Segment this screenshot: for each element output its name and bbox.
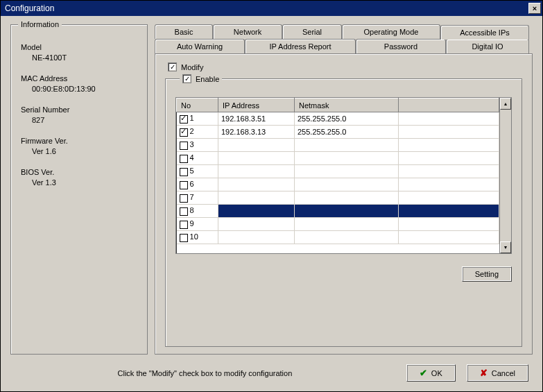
row-spacer [399, 126, 499, 139]
row-checkbox[interactable] [180, 181, 188, 189]
bios-label: BIOS Ver. [21, 168, 140, 176]
row-ip[interactable]: 192.168.3.51 [218, 112, 295, 126]
tab-serial[interactable]: Serial [282, 24, 342, 39]
row-no-cell[interactable]: 3 [177, 139, 218, 152]
row-no: 4 [188, 153, 194, 162]
serial-label: Serial Number [21, 105, 140, 114]
setting-button[interactable]: Setting [462, 266, 512, 282]
col-no[interactable]: No [177, 99, 218, 112]
row-netmask[interactable] [295, 165, 399, 178]
row-no-cell[interactable]: 10 [177, 231, 218, 244]
table-row[interactable]: 1192.168.3.51255.255.255.0 [177, 112, 499, 126]
row-no-cell[interactable]: 9 [177, 218, 218, 231]
col-ip[interactable]: IP Address [218, 99, 295, 112]
information-legend: Information [18, 20, 62, 28]
modify-label: Modify [181, 63, 203, 71]
titlebar: Configuration × [1, 1, 542, 16]
row-netmask[interactable] [295, 178, 399, 191]
row-no: 2 [188, 127, 194, 135]
row-checkbox[interactable] [180, 194, 188, 203]
table-row[interactable]: 8 [177, 205, 499, 218]
tab-operating-mode[interactable]: Operating Mode [342, 24, 440, 39]
table-row[interactable]: 3 [177, 139, 499, 152]
tabstrip: Auto WarningIP Address ReportPasswordDig… [155, 24, 533, 53]
row-no-cell[interactable]: 8 [177, 205, 218, 218]
row-no: 3 [188, 140, 194, 148]
scroll-down-icon[interactable]: ▾ [500, 241, 511, 253]
table-scrollbar[interactable]: ▴ ▾ [499, 98, 511, 253]
cancel-button[interactable]: ✘ Cancel [467, 364, 528, 382]
row-ip[interactable] [218, 218, 295, 231]
mac-value: 00:90:E8:0D:13:90 [21, 85, 140, 93]
row-netmask[interactable] [295, 218, 399, 231]
tab-digital-io[interactable]: Digital IO [446, 39, 529, 53]
row-checkbox[interactable] [180, 221, 188, 229]
row-netmask[interactable]: 255.255.255.0 [295, 126, 399, 139]
table-row[interactable]: 5 [177, 165, 499, 178]
row-ip[interactable] [218, 178, 295, 191]
row-spacer [399, 152, 499, 165]
ip-table-wrap: No IP Address Netmask 1192.168.3.51255.2… [175, 97, 512, 254]
row-ip[interactable] [218, 165, 295, 178]
row-netmask[interactable] [295, 191, 399, 205]
tab-auto-warning[interactable]: Auto Warning [155, 39, 245, 53]
row-no-cell[interactable]: 6 [177, 178, 218, 191]
row-spacer [399, 165, 499, 178]
row-checkbox[interactable] [180, 207, 188, 216]
row-netmask[interactable]: 255.255.255.0 [295, 112, 399, 126]
row-ip[interactable] [218, 152, 295, 165]
row-ip[interactable] [218, 205, 295, 218]
serial-value: 827 [21, 116, 140, 124]
row-no-cell[interactable]: 5 [177, 165, 218, 178]
enable-group: ✓ Enable No IP Address [165, 78, 522, 347]
tab-ip-address-report[interactable]: IP Address Report [245, 39, 356, 53]
close-button[interactable]: × [528, 3, 541, 14]
hint-text: Click the "Modify" check box to modify c… [15, 369, 395, 377]
row-ip[interactable] [218, 231, 295, 244]
row-no: 6 [188, 180, 194, 188]
col-netmask[interactable]: Netmask [295, 99, 399, 112]
tab-content-accessible-ips: ✓ Modify ✓ Enable [155, 53, 533, 355]
row-netmask[interactable] [295, 205, 399, 218]
table-row[interactable]: 10 [177, 231, 499, 244]
mac-label: MAC Address [21, 74, 140, 83]
ok-label: OK [431, 369, 442, 377]
row-ip[interactable] [218, 139, 295, 152]
table-row[interactable]: 2192.168.3.13255.255.255.0 [177, 126, 499, 139]
row-netmask[interactable] [295, 152, 399, 165]
ok-button[interactable]: ✔ OK [406, 364, 456, 382]
row-spacer [399, 231, 499, 244]
row-no-cell[interactable]: 2 [177, 126, 218, 139]
row-checkbox[interactable] [180, 234, 188, 242]
row-ip[interactable]: 192.168.3.13 [218, 126, 295, 139]
tab-network[interactable]: Network [213, 24, 282, 39]
tab-basic[interactable]: Basic [155, 24, 213, 39]
row-ip[interactable] [218, 191, 295, 205]
table-row[interactable]: 4 [177, 152, 499, 165]
modify-checkbox[interactable]: ✓ [168, 62, 177, 71]
row-checkbox[interactable] [180, 155, 188, 163]
tab-accessible-ips[interactable]: Accessible IPs [440, 25, 529, 40]
row-no: 7 [188, 193, 194, 201]
row-no-cell[interactable]: 4 [177, 152, 218, 165]
table-row[interactable]: 9 [177, 218, 499, 231]
close-icon: × [533, 4, 537, 12]
modify-checkbox-row[interactable]: ✓ Modify [168, 62, 522, 71]
row-no-cell[interactable]: 1 [177, 112, 218, 126]
row-netmask[interactable] [295, 231, 399, 244]
row-checkbox[interactable] [180, 115, 188, 123]
row-checkbox[interactable] [180, 142, 188, 150]
model-value: NE-4100T [21, 53, 140, 62]
row-checkbox[interactable] [180, 128, 188, 137]
table-row[interactable]: 7 [177, 191, 499, 205]
row-spacer [399, 205, 499, 218]
row-netmask[interactable] [295, 139, 399, 152]
scroll-up-icon[interactable]: ▴ [500, 98, 511, 110]
tab-password[interactable]: Password [356, 39, 446, 53]
row-no-cell[interactable]: 7 [177, 191, 218, 205]
ip-table[interactable]: No IP Address Netmask 1192.168.3.51255.2… [176, 98, 499, 244]
enable-checkbox[interactable]: ✓ [182, 74, 191, 83]
row-checkbox[interactable] [180, 168, 188, 176]
row-no: 10 [188, 232, 198, 241]
table-row[interactable]: 6 [177, 178, 499, 191]
